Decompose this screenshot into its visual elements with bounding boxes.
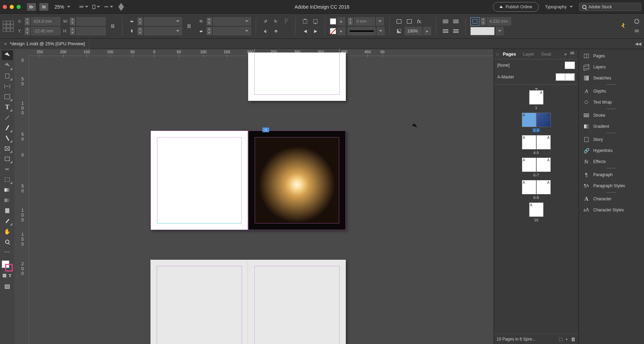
w-stepper[interactable] xyxy=(70,18,75,25)
corner-value-input[interactable]: 4.233 mm xyxy=(487,17,511,26)
text-wrap-shape[interactable] xyxy=(441,27,450,35)
rectangle-frame-tool[interactable] xyxy=(2,144,13,153)
scale-y-stepper[interactable] xyxy=(138,27,143,35)
fill-dropdown[interactable]: ▸ xyxy=(338,17,345,26)
shear-stepper[interactable] xyxy=(207,27,212,35)
sidebar-item-swatches[interactable]: Swatches xyxy=(579,73,644,84)
page-thumb[interactable]: A xyxy=(529,202,544,217)
spread-thumb[interactable]: AA8-9 xyxy=(494,180,578,200)
zoom-level[interactable]: 25% xyxy=(55,4,70,10)
sidebar-item-effects[interactable]: fxEffects xyxy=(579,156,644,167)
corner-shape-dropdown[interactable] xyxy=(470,27,495,35)
stroke-style-dropdown[interactable] xyxy=(348,27,375,35)
view-option-3[interactable] xyxy=(105,4,113,10)
vertical-ruler[interactable]: 05010050050100150200 xyxy=(21,56,29,344)
sidebar-item-text-wrap[interactable]: Text Wrap xyxy=(579,97,644,108)
sidebar-item-stroke[interactable]: Stroke xyxy=(579,110,644,121)
auto-fit-icon[interactable] xyxy=(394,17,403,26)
menu-icon[interactable] xyxy=(632,27,641,35)
sidebar-item-glyphs[interactable]: AGlyphs xyxy=(579,86,644,97)
free-transform-tool[interactable] xyxy=(2,175,13,184)
scale-y-input[interactable] xyxy=(144,27,182,35)
rotate-cw[interactable]: ↻ xyxy=(271,17,280,26)
page-5[interactable] xyxy=(248,260,346,344)
stroke-style-chev[interactable] xyxy=(377,27,384,35)
stroke-weight-stepper[interactable] xyxy=(348,18,353,25)
page-1[interactable] xyxy=(248,52,346,101)
page-3[interactable]: ⛓ xyxy=(248,131,346,230)
corner-shape-chev[interactable] xyxy=(496,27,504,35)
note-tool[interactable] xyxy=(2,206,13,216)
gradient-feather-tool[interactable] xyxy=(2,195,13,205)
scale-x-input[interactable] xyxy=(144,17,182,26)
rotate-ccw[interactable]: ↺ xyxy=(261,17,270,26)
expand-panels-icon[interactable]: ◀◀ xyxy=(632,41,644,46)
hand-tool[interactable]: ✋ xyxy=(2,227,13,236)
h-stepper[interactable] xyxy=(70,27,75,35)
preferences-icon[interactable] xyxy=(632,17,641,26)
rectangle-tool[interactable] xyxy=(2,154,13,164)
page-thumb[interactable]: A xyxy=(536,180,551,194)
edit-page-size-icon[interactable]: ⬚ xyxy=(559,337,563,342)
corner-options[interactable] xyxy=(470,17,479,26)
spread-thumb[interactable]: AA6-7 xyxy=(494,157,578,177)
stroke-weight-input[interactable]: 0 mm xyxy=(354,17,375,26)
sidebar-item-paragraph[interactable]: ¶Paragraph xyxy=(579,169,644,180)
text-wrap-jump[interactable] xyxy=(451,27,460,35)
y-input[interactable]: -12.45 mm xyxy=(31,27,60,35)
stroke-weight-dropdown[interactable] xyxy=(376,17,384,26)
view-option-2[interactable] xyxy=(92,4,100,10)
constrain-scale[interactable]: ⛓ xyxy=(185,22,194,30)
page-thumb[interactable]: A xyxy=(536,135,551,150)
view-option-1[interactable] xyxy=(80,4,88,10)
line-tool[interactable] xyxy=(2,113,13,122)
select-next[interactable]: ▶ xyxy=(311,27,320,35)
page-thumb[interactable]: A xyxy=(522,157,536,172)
text-wrap-bounding[interactable] xyxy=(451,17,460,26)
content-collector-tool[interactable] xyxy=(2,92,13,102)
opacity-input[interactable]: 100% xyxy=(405,27,422,35)
sidebar-item-paragraph-styles[interactable]: ¶AParagraph Styles xyxy=(579,180,644,191)
bridge-button[interactable]: Br xyxy=(27,3,36,11)
page-thumb[interactable]: A xyxy=(536,113,551,127)
direct-selection-tool[interactable] xyxy=(2,61,13,70)
page-thumb[interactable]: A xyxy=(522,180,536,194)
pen-tool[interactable] xyxy=(2,123,13,133)
master-thumb[interactable] xyxy=(565,61,575,69)
spread-thumb[interactable]: A10 xyxy=(494,202,578,222)
gradient-swatch-tool[interactable] xyxy=(2,185,13,195)
type-tool[interactable]: T xyxy=(2,102,13,112)
maximize-icon[interactable] xyxy=(17,5,21,9)
select-prev[interactable]: ◀ xyxy=(301,27,310,35)
document-canvas[interactable]: 2502001501005005010015020025030035040045… xyxy=(14,49,494,344)
sidebar-item-character[interactable]: ACharacter xyxy=(579,193,644,204)
panel-more[interactable]: » xyxy=(562,52,576,57)
spread-thumb[interactable]: AA4-5 xyxy=(494,135,578,155)
gap-tool[interactable] xyxy=(2,82,13,91)
fill-stroke-swatches[interactable] xyxy=(2,260,13,271)
selection-tool[interactable] xyxy=(2,50,13,60)
workspace-switcher[interactable]: Typography xyxy=(545,4,573,9)
rotate-stepper[interactable] xyxy=(207,18,212,25)
opacity-dropdown[interactable]: ▸ xyxy=(423,27,431,35)
sidebar-item-gradient[interactable]: Gradient xyxy=(579,121,644,132)
page-tool[interactable] xyxy=(2,71,13,81)
sidebar-item-layers[interactable]: Layers xyxy=(579,61,644,73)
sidebar-item-hyperlinks[interactable]: 🔗Hyperlinks xyxy=(579,145,644,156)
delete-page-icon[interactable]: 🗑 xyxy=(571,336,576,342)
x-stepper[interactable] xyxy=(25,18,30,25)
new-page-icon[interactable]: ▪ xyxy=(566,337,567,342)
select-container[interactable] xyxy=(301,17,310,26)
page-2[interactable] xyxy=(150,131,248,230)
master-thumb[interactable] xyxy=(556,73,575,81)
y-stepper[interactable] xyxy=(25,27,30,35)
flip-v[interactable]: ⬘ xyxy=(271,27,280,35)
link-badge-icon[interactable]: ⛓ xyxy=(262,127,269,132)
pages-tab[interactable]: Pages xyxy=(500,50,519,58)
sidebar-item-pages[interactable]: Pages xyxy=(579,50,644,61)
document-tab[interactable]: × *design 1.indd @ 25% [GPU Preview] xyxy=(0,39,89,49)
page-4[interactable] xyxy=(150,260,248,344)
scissors-tool[interactable]: ✂ xyxy=(2,164,13,174)
frame-fit-1[interactable] xyxy=(405,17,414,26)
view-mode-normal[interactable] xyxy=(2,282,13,292)
